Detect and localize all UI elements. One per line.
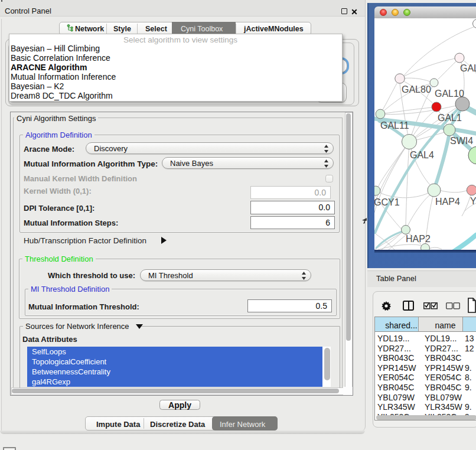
svg-text:GAL10: GAL10 [435,89,464,99]
svg-text:Y: Y [470,196,476,206]
svg-text:GAL4: GAL4 [410,150,434,160]
svg-text:HAP4: HAP4 [435,197,460,207]
svg-text:HAP2: HAP2 [406,234,431,244]
svg-text:GCY1: GCY1 [374,197,400,207]
svg-text:GAL11: GAL11 [380,120,409,131]
svg-text:GAL: GAL [460,63,476,73]
svg-text:GAL1: GAL1 [438,113,462,123]
svg-text:GAL80: GAL80 [402,84,431,94]
svg-text:SWI4: SWI4 [450,136,473,146]
